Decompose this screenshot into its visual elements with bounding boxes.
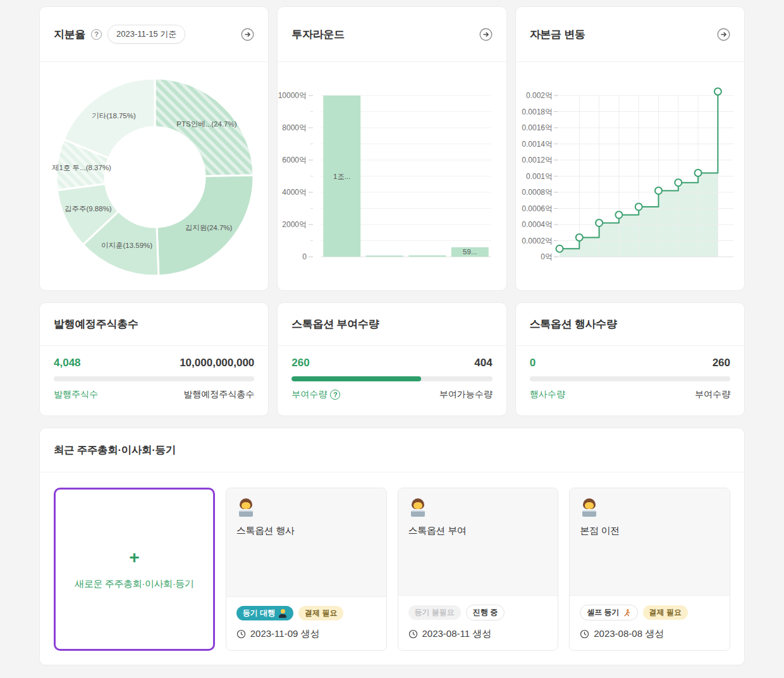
step-point-7 — [694, 170, 701, 176]
event-title: 본점 이전 — [580, 525, 720, 537]
granted-total-value: 260 — [713, 357, 730, 369]
capital-change-detail-button[interactable] — [717, 28, 730, 41]
granted-label: 부여수량 — [291, 389, 327, 400]
self-registration-badge: 셀프 등기 — [580, 605, 637, 620]
bar-1 — [366, 256, 403, 257]
plus-icon: + — [129, 549, 139, 567]
svg-text:0.0008억: 0.0008억 — [522, 188, 553, 197]
step-point-5 — [655, 187, 662, 194]
arrow-right-circle-icon — [717, 28, 730, 41]
svg-text:0: 0 — [303, 252, 307, 261]
svg-text:0.0016억: 0.0016억 — [522, 123, 553, 132]
svg-text:0.001억: 0.001억 — [526, 172, 553, 181]
stat-title: 스톡옵션 부여수량 — [291, 317, 379, 331]
granted-progress-bar — [291, 376, 492, 381]
svg-text:이지훈(13.59%): 이지훈(13.59%) — [101, 242, 152, 249]
capital-change-header: 자본금 변동 — [516, 7, 744, 62]
chart-row: 지분율 ? 2023-11-15 기준 PTS인베...(24.7%)김지원(2… — [39, 6, 745, 291]
step-point-2 — [596, 219, 603, 226]
no-registration-badge: 등기 불필요 — [408, 605, 461, 620]
total-authorized-shares-card: 발행예정주식총수 4,048 10,000,000,000 발행주식수 발행예정… — [39, 302, 269, 416]
investment-round-detail-button[interactable] — [479, 28, 493, 41]
svg-text:4000억: 4000억 — [283, 188, 307, 197]
as-of-date-pill: 2023-11-15 기준 — [107, 25, 185, 44]
step-point-4 — [635, 203, 642, 210]
recent-events-title: 최근 주주총회·이사회·등기 — [54, 443, 176, 457]
event-card-stock-option-exercise[interactable]: 스톡옵션 행사 등기 대행 결제 필요 2023-11-09 생성 — [226, 488, 387, 651]
recent-events-card: 최근 주주총회·이사회·등기 + 새로운 주주총회·이사회·등기 스톡옵션 행사… — [39, 428, 745, 665]
stat-title: 발행예정주식총수 — [54, 317, 138, 331]
man-technologist-emoji — [236, 498, 255, 517]
runner-emoji — [623, 608, 631, 617]
grantable-value: 404 — [474, 357, 492, 369]
stock-option-granted-card: 스톡옵션 부여수량 260 404 부여수량 ? 부여가능수량 — [277, 302, 506, 416]
exercised-progress-bar — [530, 376, 730, 381]
exercised-label: 행사수량 — [530, 389, 565, 400]
man-technologist-emoji — [408, 498, 427, 517]
grantable-label: 부여가능수량 — [439, 389, 493, 400]
new-event-label: 새로운 주주총회·이사회·등기 — [75, 578, 193, 590]
events-row: + 새로운 주주총회·이사회·등기 스톡옵션 행사 등기 대행 결제 필요 — [40, 472, 744, 665]
svg-text:1조...: 1조... — [333, 173, 350, 180]
stats-row: 발행예정주식총수 4,048 10,000,000,000 발행주식수 발행예정… — [39, 302, 745, 416]
share-ratio-card: 지분율 ? 2023-11-15 기준 PTS인베...(24.7%)김지원(2… — [39, 6, 269, 291]
issued-shares-label: 발행주식수 — [54, 389, 98, 400]
svg-text:0.0004억: 0.0004억 — [522, 220, 553, 229]
in-progress-badge: 진행 중 — [466, 605, 505, 620]
step-point-6 — [675, 179, 682, 186]
help-icon[interactable]: ? — [91, 29, 102, 40]
svg-text:6000억: 6000억 — [283, 156, 307, 164]
arrow-right-circle-icon — [241, 28, 254, 41]
svg-text:0.0018억: 0.0018억 — [522, 108, 553, 116]
share-ratio-detail-button[interactable] — [241, 28, 254, 41]
new-event-button[interactable]: + 새로운 주주총회·이사회·등기 — [54, 488, 215, 651]
svg-text:김지원(24.7%): 김지원(24.7%) — [185, 224, 233, 231]
svg-text:8000억: 8000억 — [283, 123, 307, 132]
event-created-date: 2023-08-08 생성 — [594, 628, 664, 640]
svg-text:0.0006억: 0.0006억 — [522, 204, 553, 213]
capital-change-card: 자본금 변동 0억0.0002억0.0004억0.0006억0.0008억0.0… — [515, 6, 745, 291]
svg-text:PTS인베...(24.7%): PTS인베...(24.7%) — [176, 120, 236, 128]
stock-option-exercised-card: 스톡옵션 행사수량 0 260 행사수량 부여수량 — [515, 302, 745, 416]
step-point-3 — [615, 211, 622, 218]
man-technologist-emoji — [580, 498, 599, 517]
share-ratio-donut-chart: PTS인베...(24.7%)김지원(24.7%)이지훈(13.59%)김주주(… — [40, 62, 268, 291]
arrow-right-circle-icon — [479, 28, 493, 41]
payment-required-badge: 결제 필요 — [643, 605, 688, 620]
svg-text:0.0012억: 0.0012억 — [522, 156, 553, 164]
issued-shares-value: 4,048 — [54, 357, 81, 369]
share-ratio-header: 지분율 ? 2023-11-15 기준 — [40, 7, 268, 62]
granted-value: 260 — [291, 357, 309, 369]
svg-text:0.0002억: 0.0002억 — [522, 237, 553, 245]
event-title: 스톡옵션 행사 — [236, 525, 376, 537]
capital-change-step-chart: 0억0.0002억0.0004억0.0006억0.0008억0.001억0.00… — [516, 62, 744, 291]
event-created-date: 2023-11-09 생성 — [250, 628, 320, 640]
payment-required-badge: 결제 필요 — [298, 606, 343, 620]
shares-progress-bar — [54, 376, 254, 381]
event-card-stock-option-grant[interactable]: 스톡옵션 부여 등기 불필요 진행 중 2023-08-11 생성 — [398, 488, 559, 651]
svg-text:2000억: 2000억 — [283, 220, 307, 229]
registration-agency-badge: 등기 대행 — [236, 606, 293, 620]
event-card-hq-relocation[interactable]: 본점 이전 셀프 등기 결제 필요 2023-08-08 생성 — [569, 488, 730, 651]
clock-icon — [580, 629, 589, 639]
investment-round-bar-chart: 02000억4000억6000억8000억10000억1조...59... — [278, 62, 506, 291]
share-ratio-title: 지분율 — [54, 27, 85, 42]
svg-text:기타(18.75%): 기타(18.75%) — [92, 112, 136, 120]
svg-text:0.0014억: 0.0014억 — [522, 140, 553, 149]
authorized-shares-label: 발행예정주식총수 — [183, 389, 254, 400]
investment-round-header: 투자라운드 — [278, 7, 506, 62]
svg-text:10000억: 10000억 — [278, 91, 307, 100]
stat-title: 스톡옵션 행사수량 — [530, 317, 617, 331]
svg-text:59...: 59... — [463, 248, 477, 256]
step-point-8 — [714, 88, 721, 95]
clock-icon — [408, 629, 418, 639]
svg-text:0.002억: 0.002억 — [526, 91, 553, 100]
clock-icon — [236, 629, 246, 639]
step-point-1 — [575, 234, 582, 241]
svg-text:김주주(9.88%): 김주주(9.88%) — [64, 205, 112, 213]
authorized-shares-value: 10,000,000,000 — [180, 357, 254, 369]
office-worker-emoji — [278, 609, 287, 618]
event-title: 스톡옵션 부여 — [408, 525, 548, 537]
help-icon[interactable]: ? — [330, 390, 340, 400]
bar-2 — [409, 256, 446, 257]
